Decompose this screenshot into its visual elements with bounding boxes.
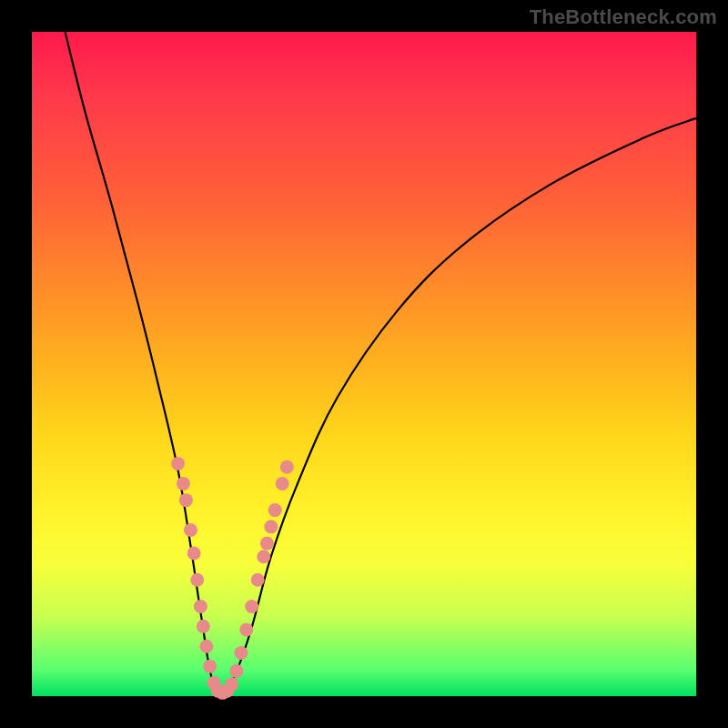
plot-area xyxy=(32,32,696,696)
marker-dot xyxy=(177,477,190,490)
bottleneck-curve xyxy=(66,32,697,696)
marker-dot xyxy=(239,623,253,637)
marker-dot xyxy=(280,460,294,474)
marker-dot xyxy=(194,600,207,613)
marker-dot xyxy=(260,537,274,551)
marker-dot xyxy=(229,664,243,678)
marker-dot xyxy=(187,547,201,561)
marker-dot xyxy=(245,600,258,613)
marker-dot xyxy=(264,520,278,533)
watermark-text: TheBottleneck.com xyxy=(530,5,717,29)
marker-dot xyxy=(268,503,282,517)
marker-dot xyxy=(225,677,238,691)
marker-dot xyxy=(197,620,210,633)
marker-dot xyxy=(257,550,270,563)
curve-layer xyxy=(32,32,696,696)
marker-dot xyxy=(171,457,185,470)
marker-dot xyxy=(179,493,193,507)
marker-dot xyxy=(184,523,197,537)
highlight-dots xyxy=(171,457,294,700)
marker-dot xyxy=(276,477,289,490)
marker-dot xyxy=(234,646,248,660)
marker-dot xyxy=(203,660,217,673)
marker-dot xyxy=(199,640,213,653)
marker-dot xyxy=(190,573,204,587)
chart-frame: TheBottleneck.com xyxy=(0,0,728,728)
marker-dot xyxy=(251,573,265,587)
